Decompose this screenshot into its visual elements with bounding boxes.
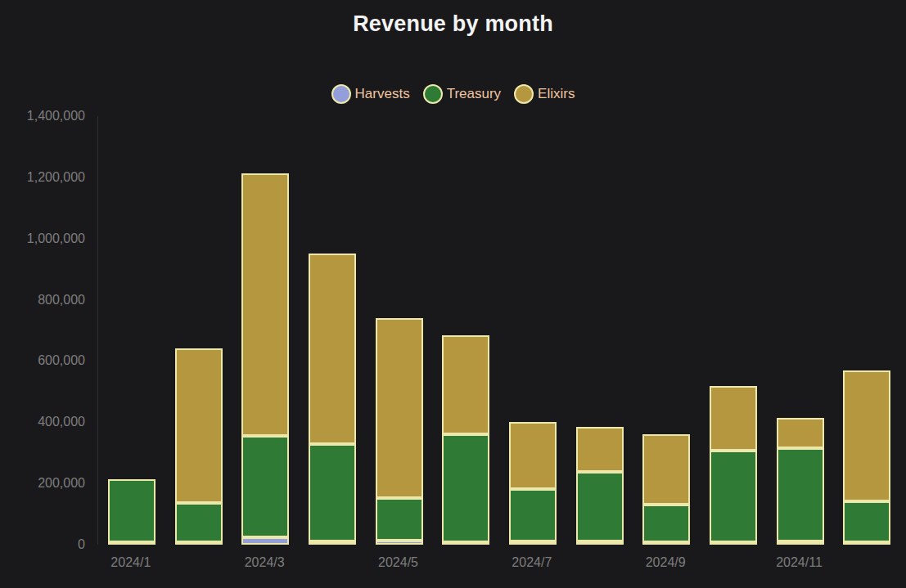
bar-segment-2024-1-treasury (108, 479, 156, 542)
bar-segment-2024-10-elixirs (710, 386, 757, 451)
y-tick-label: 400,000 (0, 415, 85, 429)
legend-swatch-harvests-icon (331, 84, 351, 104)
bar-segment-2024-3-treasury (241, 436, 289, 537)
bar-segment-2024-4-treasury (309, 444, 356, 541)
x-tick-label: 2024/5 (378, 555, 418, 570)
x-tick-label: 2024/11 (776, 555, 823, 570)
bar-segment-2024-12-elixirs (843, 370, 890, 501)
bar-segment-2024-5-harvests (376, 541, 423, 545)
x-tick-label: 2024/9 (646, 555, 686, 570)
bar-segment-2024-3-harvests (241, 537, 289, 545)
bar-segment-2024-6-treasury (442, 434, 489, 542)
y-tick-label: 0 (0, 537, 85, 552)
chart-title: Revenue by month (0, 11, 906, 37)
legend-label: Elixirs (538, 86, 575, 102)
y-tick-label: 1,200,000 (0, 170, 85, 185)
bar-segment-2024-5-treasury (376, 498, 423, 541)
x-tick-label: 2024/1 (110, 555, 151, 570)
bar-segment-2024-8-treasury (576, 472, 624, 541)
bar-segment-2024-9-treasury (642, 505, 690, 542)
legend-label: Treasury (447, 86, 501, 102)
legend-item-treasury[interactable]: Treasury (423, 84, 501, 104)
bar-segment-2024-2-treasury (175, 503, 223, 542)
bar-segment-2024-10-treasury (710, 451, 757, 542)
bar-segment-2024-11-harvests (777, 541, 824, 545)
bar-segment-2024-5-elixirs (376, 318, 423, 498)
legend-item-harvests[interactable]: Harvests (331, 84, 410, 104)
chart-legend: HarvestsTreasuryElixirs (0, 84, 906, 104)
y-tick-label: 200,000 (0, 476, 85, 491)
y-tick-label: 1,400,000 (0, 109, 85, 123)
bar-segment-2024-3-elixirs (241, 173, 289, 436)
bar-segment-2024-4-harvests (309, 541, 356, 545)
bar-segment-2024-7-elixirs (509, 422, 557, 490)
bar-segment-2024-8-elixirs (576, 427, 624, 472)
legend-item-elixirs[interactable]: Elixirs (514, 84, 575, 104)
bar-segment-2024-11-treasury (777, 448, 824, 542)
legend-swatch-treasury-icon (423, 84, 443, 104)
legend-label: Harvests (355, 86, 410, 102)
bar-segment-2024-2-elixirs (175, 348, 223, 503)
bar-segment-2024-12-treasury (843, 501, 890, 542)
bar-segment-2024-7-treasury (509, 489, 557, 541)
bar-segment-2024-8-harvests (576, 541, 624, 545)
legend-swatch-elixirs-icon (514, 84, 534, 104)
plot-area (97, 116, 900, 545)
y-tick-label: 600,000 (0, 353, 85, 368)
x-tick-label: 2024/7 (512, 555, 552, 570)
x-tick-label: 2024/3 (245, 555, 285, 570)
bar-segment-2024-11-elixirs (777, 418, 824, 448)
bar-segment-2024-9-elixirs (642, 434, 690, 505)
revenue-by-month-chart: Revenue by month HarvestsTreasuryElixirs… (0, 0, 906, 588)
y-tick-label: 1,000,000 (0, 231, 85, 246)
bar-segment-2024-7-harvests (509, 541, 557, 545)
bar-segment-2024-4-elixirs (309, 254, 356, 444)
bar-segment-2024-6-elixirs (442, 335, 489, 434)
y-tick-label: 800,000 (0, 293, 85, 307)
